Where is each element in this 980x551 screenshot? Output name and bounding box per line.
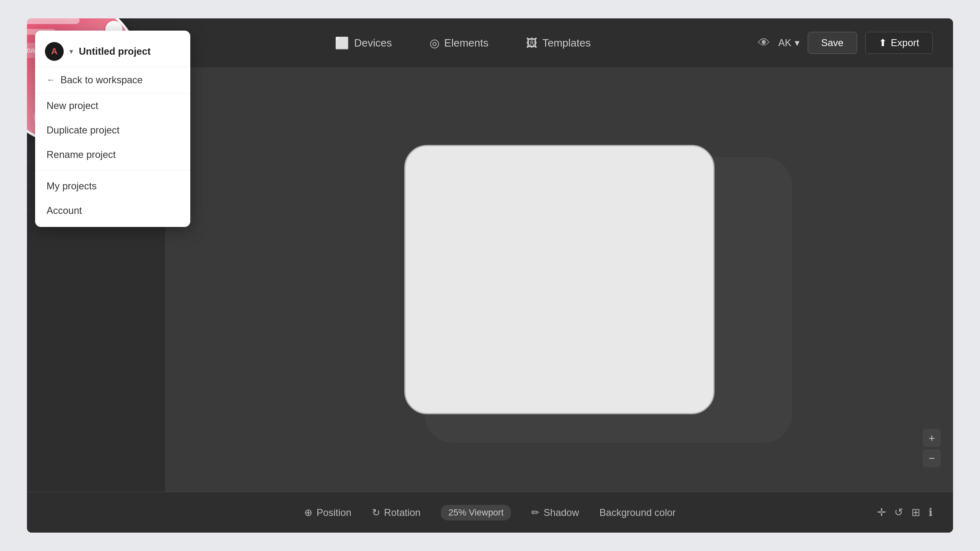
back-to-workspace-label: Back to workspace	[60, 74, 143, 86]
phone-device	[404, 145, 715, 414]
bottom-toolbar: ⊕ Position ↻ Rotation 25% Viewport ✏ Sha…	[27, 492, 953, 533]
preview-bar-1	[27, 18, 80, 24]
canvas[interactable]	[166, 67, 953, 492]
shadow-icon: ✏	[531, 507, 539, 518]
dropdown-arrow-icon: ▾	[69, 47, 73, 56]
zoom-out-button[interactable]: −	[923, 449, 941, 467]
menu-divider	[35, 170, 190, 171]
shadow-button[interactable]: ✏ Shadow	[531, 507, 579, 518]
phone-mockup-container	[404, 145, 715, 414]
templates-nav-button[interactable]: 🖼 Templates	[519, 32, 597, 54]
export-icon: ⬆	[879, 37, 887, 49]
bg-color-label: Background color	[599, 507, 676, 518]
zoom-controls: + −	[923, 429, 941, 467]
elements-label: Elements	[444, 37, 488, 49]
account-item[interactable]: Account	[35, 198, 190, 223]
elements-icon: ◎	[430, 36, 439, 50]
rename-project-item[interactable]: Rename project	[35, 142, 190, 167]
app-container: A ▾ Untitled project ⬜ Devices ◎ Element…	[27, 18, 953, 533]
help-button[interactable]: ℹ	[929, 506, 933, 519]
shadow-label: Shadow	[543, 507, 579, 518]
user-chevron-icon: ▾	[795, 37, 800, 49]
dropdown-title: Untitled project	[79, 46, 151, 57]
user-initials: AK	[778, 37, 791, 49]
rotation-label: Rotation	[384, 507, 421, 518]
devices-nav-button[interactable]: ⬜ Devices	[328, 32, 398, 54]
dropdown-menu: A ▾ Untitled project ← Back to workspace…	[35, 31, 190, 227]
position-button[interactable]: ⊕ Position	[304, 507, 351, 518]
navbar-center: ⬜ Devices ◎ Elements 🖼 Templates	[328, 32, 597, 54]
templates-label: Templates	[542, 37, 591, 49]
elements-nav-button[interactable]: ◎ Elements	[423, 32, 495, 54]
reset-button[interactable]: ↺	[894, 506, 903, 519]
user-badge: AK ▾	[778, 37, 800, 49]
devices-label: Devices	[354, 37, 392, 49]
devices-icon: ⬜	[335, 36, 349, 50]
dropdown-logo: A	[45, 42, 64, 61]
new-project-item[interactable]: New project	[35, 93, 190, 118]
rotation-icon: ↻	[372, 507, 380, 518]
bottom-right-tools: ✛ ↺ ⊞ ℹ	[877, 506, 933, 519]
crop-button[interactable]: ⊞	[911, 506, 920, 519]
viewport-badge: 25% Viewport	[441, 505, 511, 520]
crosshair-button[interactable]: ✛	[877, 506, 886, 519]
position-icon: ⊕	[304, 507, 312, 518]
rotation-button[interactable]: ↻ Rotation	[372, 507, 421, 518]
export-label: Export	[891, 37, 919, 49]
dropdown-logo-text: A	[51, 46, 58, 57]
back-arrow-icon: ←	[47, 75, 56, 85]
dropdown-header: A ▾ Untitled project	[35, 35, 190, 67]
phone-screen	[405, 146, 713, 413]
navbar-right: 👁 AK ▾ Save ⬆ Export	[758, 32, 933, 54]
back-to-workspace-item[interactable]: ← Back to workspace	[35, 67, 190, 93]
background-color-button[interactable]: Background color	[599, 507, 676, 518]
my-projects-item[interactable]: My projects	[35, 174, 190, 198]
save-button[interactable]: Save	[808, 32, 857, 54]
zoom-in-button[interactable]: +	[923, 429, 941, 447]
duplicate-project-item[interactable]: Duplicate project	[35, 118, 190, 142]
templates-icon: 🖼	[526, 36, 537, 50]
position-label: Position	[316, 507, 351, 518]
export-button[interactable]: ⬆ Export	[865, 32, 933, 54]
preview-button[interactable]: 👁	[758, 36, 770, 50]
